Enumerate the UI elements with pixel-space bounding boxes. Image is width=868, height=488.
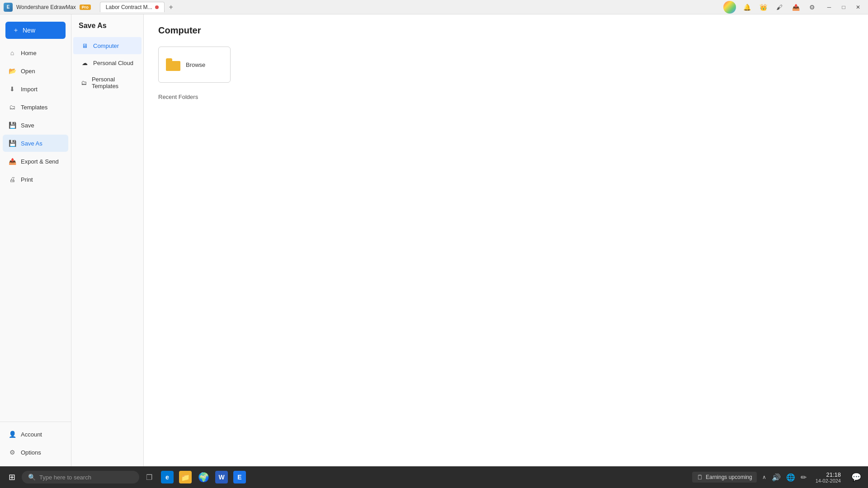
sidebar-item-open[interactable]: 📂 Open	[3, 62, 68, 80]
edge-icon: e	[161, 471, 174, 483]
tab-modified-dot	[155, 5, 159, 9]
account-icon: 👤	[8, 430, 16, 438]
taskbar-search-bar[interactable]: 🔍	[22, 471, 139, 483]
pro-badge: Pro	[80, 5, 91, 10]
search-icon: 🔍	[28, 474, 36, 481]
app-title: Wondershare EdrawMax	[16, 4, 76, 10]
sidebar-item-save[interactable]: 💾 Save	[3, 117, 68, 134]
active-tab[interactable]: Labor Contract M...	[100, 2, 165, 12]
taskbar-task-view[interactable]: ❐	[141, 469, 157, 485]
sidebar-home-label: Home	[21, 50, 37, 56]
notification-text: Earnings upcoming	[706, 474, 752, 480]
options-icon: ⚙	[8, 448, 16, 456]
plus-icon: ＋	[13, 26, 19, 34]
cloud-icon: ☁	[80, 59, 89, 67]
sidebar-item-import[interactable]: ⬇ Import	[3, 80, 68, 98]
content-area: Computer Browse Recent Folders	[144, 14, 868, 466]
computer-icon: 🖥	[80, 42, 89, 50]
start-button[interactable]: ⊞	[4, 469, 20, 485]
sidebar-print-label: Print	[21, 176, 33, 183]
taskbar-edge[interactable]: e	[159, 469, 175, 485]
titlebar-right: 🔔 👑 🖌 📤 ⚙ ─ □ ✕	[723, 1, 864, 14]
tab-label: Labor Contract M...	[106, 4, 152, 10]
panel-item-computer[interactable]: 🖥 Computer	[73, 37, 142, 54]
avatar[interactable]	[723, 1, 736, 14]
sidebar-item-account[interactable]: 👤 Account	[3, 426, 68, 443]
minimize-button[interactable]: ─	[823, 3, 835, 12]
taskbar-explorer[interactable]: 📁	[177, 469, 193, 485]
app-logo: E	[4, 3, 13, 12]
panel-title: Save As	[71, 22, 143, 37]
sidebar-item-options[interactable]: ⚙ Options	[3, 444, 68, 461]
new-button[interactable]: ＋ New	[5, 22, 66, 39]
sidebar-save-label: Save	[21, 122, 34, 129]
import-icon: ⬇	[8, 85, 16, 93]
volume-icon[interactable]: 🔊	[770, 471, 783, 483]
folder-icon	[166, 58, 180, 71]
main-layout: ＋ New ⌂ Home 📂 Open ⬇ Import 🗂 Templates…	[0, 14, 868, 466]
panel-computer-label: Computer	[93, 42, 119, 49]
personal-templates-icon: 🗂	[80, 79, 87, 87]
chat-icon: 💬	[851, 472, 861, 482]
taskbar-edraw[interactable]: E	[231, 469, 248, 485]
new-label: New	[23, 27, 35, 34]
brush-icon[interactable]: 🖌	[774, 2, 785, 13]
tab-bar: Labor Contract M... +	[100, 2, 176, 12]
browse-label: Browse	[186, 61, 205, 68]
date-display: 14-02-2024	[816, 478, 841, 483]
sidebar-item-print[interactable]: 🖨 Print	[3, 171, 68, 188]
panel-templates-label: Personal Templates	[92, 76, 134, 89]
chevron-up-icon[interactable]: ∧	[760, 472, 768, 482]
taskbar-word[interactable]: W	[213, 469, 230, 485]
sidebar-item-templates[interactable]: 🗂 Templates	[3, 99, 68, 116]
crown-icon[interactable]: 👑	[758, 2, 769, 13]
sidebar-save-as-label: Save As	[21, 140, 42, 147]
bell-icon[interactable]: 🔔	[741, 2, 752, 13]
taskbar-chrome[interactable]: 🌍	[195, 469, 212, 485]
panel-item-personal-templates[interactable]: 🗂 Personal Templates	[73, 71, 142, 94]
sidebar-nav: ⌂ Home 📂 Open ⬇ Import 🗂 Templates 💾 Sav…	[0, 44, 71, 422]
panel-cloud-label: Personal Cloud	[93, 60, 133, 66]
time-display: 21:18	[826, 471, 841, 478]
chat-button[interactable]: 💬	[848, 469, 864, 485]
explorer-icon: 📁	[179, 471, 192, 483]
notification-widget[interactable]: 🗒 Earnings upcoming	[692, 472, 757, 483]
task-view-icon: ❐	[146, 473, 152, 482]
add-tab-button[interactable]: +	[166, 2, 176, 12]
notification-icon: 🗒	[697, 474, 703, 481]
print-icon: 🖨	[8, 175, 16, 183]
middle-panel: Save As 🖥 Computer ☁ Personal Cloud 🗂 Pe…	[71, 14, 144, 466]
sidebar-export-label: Export & Send	[21, 158, 59, 165]
sidebar-item-export[interactable]: 📤 Export & Send	[3, 153, 68, 170]
sidebar-open-label: Open	[21, 68, 35, 75]
open-icon: 📂	[8, 67, 16, 75]
taskbar-apps: ❐ e 📁 🌍 W E	[141, 469, 248, 485]
share-icon[interactable]: 📤	[790, 2, 801, 13]
recent-folders-label: Recent Folders	[158, 94, 854, 100]
sidebar-options-label: Options	[21, 449, 41, 456]
sidebar: ＋ New ⌂ Home 📂 Open ⬇ Import 🗂 Templates…	[0, 14, 71, 466]
taskbar-left: ⊞ 🔍 ❐ e 📁 🌍 W E	[4, 469, 248, 485]
panel-item-personal-cloud[interactable]: ☁ Personal Cloud	[73, 54, 142, 71]
sidebar-import-label: Import	[21, 86, 38, 93]
network-icon[interactable]: 🌐	[784, 471, 797, 483]
templates-icon: 🗂	[8, 103, 16, 111]
window-controls: ─ □ ✕	[823, 3, 864, 12]
content-header: Computer	[158, 25, 854, 36]
export-icon: 📤	[8, 157, 16, 165]
close-button[interactable]: ✕	[852, 3, 864, 12]
save-icon: 💾	[8, 121, 16, 129]
home-icon: ⌂	[8, 49, 16, 57]
maximize-button[interactable]: □	[837, 3, 850, 12]
sidebar-account-label: Account	[21, 431, 42, 438]
pen-icon[interactable]: ✏	[799, 471, 808, 483]
sidebar-item-home[interactable]: ⌂ Home	[3, 44, 68, 61]
browse-card[interactable]: Browse	[158, 47, 231, 83]
sidebar-item-save-as[interactable]: 💾 Save As	[3, 135, 68, 152]
chrome-icon: 🌍	[197, 471, 210, 483]
search-input[interactable]	[39, 474, 130, 481]
clock[interactable]: 21:18 14-02-2024	[812, 471, 844, 483]
settings-icon[interactable]: ⚙	[807, 2, 817, 13]
sidebar-bottom: 👤 Account ⚙ Options	[0, 422, 71, 466]
sidebar-templates-label: Templates	[21, 104, 47, 111]
